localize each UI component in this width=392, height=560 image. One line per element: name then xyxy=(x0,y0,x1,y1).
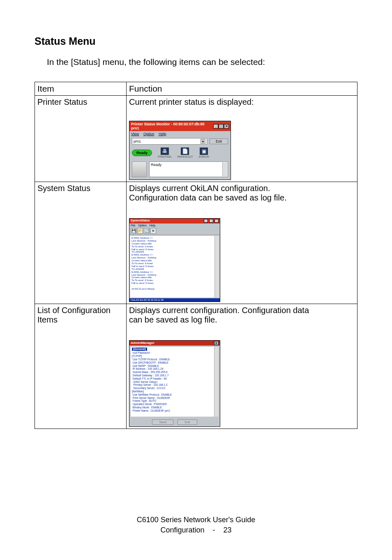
menu-option[interactable]: Option xyxy=(138,224,147,227)
page-heading: Status Menu xyxy=(35,35,357,47)
toolbar: 💾 📂 🔄 ✕ xyxy=(129,227,220,235)
page-footer: C6100 Series Network User's Guide Config… xyxy=(0,515,392,535)
exit-button[interactable]: Exit xyxy=(178,419,197,425)
col-header-item: Item xyxy=(35,82,127,96)
item-cell: List of Configuration Items xyxy=(35,304,127,429)
item-cell: Printer Status xyxy=(35,96,127,182)
status-log-area: E-MAIL Address >>Last Session : NothingC… xyxy=(130,236,219,297)
close-icon[interactable]: ✕ xyxy=(224,124,229,129)
printer-status-window: Printer Status Monitor - 00:80:92:07:db:… xyxy=(129,121,231,180)
function-cell: Displays current OkiLAN configuration. C… xyxy=(127,182,357,304)
printer-image xyxy=(132,161,147,177)
function-text: can be saved as log file. xyxy=(129,315,217,324)
config-list-area: [General] root Password : [TCP/IP] Use T… xyxy=(131,347,219,417)
select-value: prn1 xyxy=(134,139,141,143)
function-text: Configuration data can be saved as log f… xyxy=(129,193,287,202)
ready-indicator: Ready xyxy=(132,150,152,156)
function-text: Displays current OkiLAN configuration. xyxy=(129,184,270,193)
status-textarea: Ready xyxy=(149,161,228,177)
col-header-function: Function xyxy=(127,82,357,96)
printer-select[interactable]: prn1 ▼ xyxy=(132,138,207,145)
minimize-icon[interactable] xyxy=(204,219,208,223)
minimize-icon[interactable]: _ xyxy=(213,124,218,129)
save-icon[interactable]: 💾 xyxy=(131,228,136,234)
system-status-window: SystemStatus File Option Help xyxy=(129,218,220,302)
window-title: Printer Status Monitor - 00:80:92:07:db:… xyxy=(131,122,213,130)
item-cell: System Status xyxy=(35,182,127,304)
scrollbar[interactable] xyxy=(214,347,219,417)
menu-file[interactable]: File xyxy=(131,224,135,227)
printing-icon: 🖶 xyxy=(161,147,169,155)
open-icon[interactable]: 📂 xyxy=(137,228,143,234)
menu-view[interactable]: View xyxy=(131,132,139,136)
statusbar: OkiLAN EA-80 92 02 06 bc 85 xyxy=(129,298,220,302)
window-titlebar: SystemStatus xyxy=(129,219,220,224)
refresh-icon[interactable]: 🔄 xyxy=(144,228,150,234)
category-netware: [NetWare] xyxy=(132,390,144,393)
footer-line1: C6100 Series Network User's Guide xyxy=(0,515,392,525)
menubar: View Option Help xyxy=(129,131,231,137)
menu-help[interactable]: Help xyxy=(159,132,166,136)
category-tcpip: [TCP/IP] xyxy=(132,355,142,357)
category-general: [General] xyxy=(132,348,147,351)
page-number: 23 xyxy=(224,526,232,534)
paperout-icon: 📄 xyxy=(181,147,189,155)
status-menu-table: Item Function Printer Status Current pri… xyxy=(35,82,357,429)
menubar: File Option Help xyxy=(129,224,220,227)
scrollbar[interactable] xyxy=(214,236,219,297)
function-text: Current printer status is displayed: xyxy=(129,97,254,106)
function-text: Displays current configuration. Configur… xyxy=(129,306,309,315)
function-cell: Displays current configuration. Configur… xyxy=(127,304,357,429)
printing-indicator: 🖶 PRINTING xyxy=(158,147,171,158)
close-icon[interactable]: ✕ xyxy=(214,341,219,345)
menu-help[interactable]: Help xyxy=(150,224,155,227)
window-title: AdminManager xyxy=(131,341,154,345)
window-title: SystemStatus xyxy=(131,219,150,223)
function-cell: Current printer status is displayed: Pri… xyxy=(127,96,357,182)
window-titlebar: Printer Status Monitor - 00:80:92:07:db:… xyxy=(129,121,231,131)
save-button[interactable]: Save xyxy=(152,419,173,425)
footer-section: Configuration xyxy=(160,526,204,534)
maximize-icon[interactable] xyxy=(209,219,213,223)
error-icon: ▣ xyxy=(200,147,208,155)
exit-button[interactable]: Exit xyxy=(210,138,228,144)
close-icon[interactable]: ✕ xyxy=(150,228,156,234)
table-row: List of Configuration Items Displays cur… xyxy=(35,304,357,429)
scrollbar[interactable] xyxy=(222,162,227,176)
menu-option[interactable]: Option xyxy=(143,132,154,136)
table-row: Printer Status Current printer status is… xyxy=(35,96,357,182)
error-indicator: ▣ ERROR xyxy=(198,147,209,158)
close-icon[interactable] xyxy=(214,219,219,223)
maximize-icon[interactable]: □ xyxy=(219,124,224,129)
chevron-down-icon[interactable]: ▼ xyxy=(201,139,205,144)
intro-text: In the [Status] menu, the following item… xyxy=(47,57,357,67)
table-row: System Status Displays current OkiLAN co… xyxy=(35,182,357,304)
paperout-indicator: 📄 PAPEROUT xyxy=(177,147,193,158)
window-titlebar: AdminManager ✕ xyxy=(129,341,220,346)
config-items-window: AdminManager ✕ [General] root Password :… xyxy=(129,340,220,427)
